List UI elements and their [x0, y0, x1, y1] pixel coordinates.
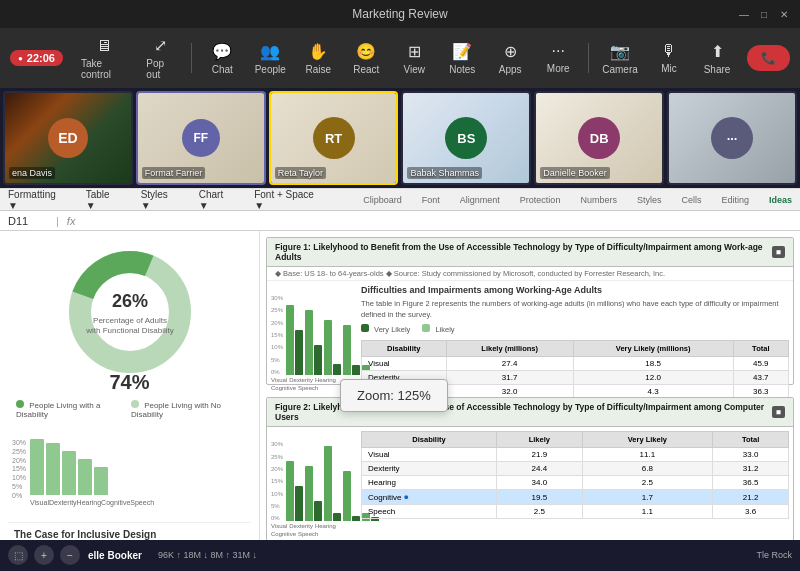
- left-panel: 26% Percentage of Adults with Functional…: [0, 231, 260, 540]
- chart1-bar1b: [295, 330, 303, 375]
- th-total-1: Total: [733, 341, 788, 357]
- ribbon-table[interactable]: Table ▼: [86, 189, 121, 211]
- minimize-icon[interactable]: —: [738, 8, 750, 20]
- ribbon-styles[interactable]: Styles ▼: [141, 189, 179, 211]
- legend-dot-no-disability: [131, 400, 139, 408]
- camera-button[interactable]: 📷 Camera: [597, 38, 643, 79]
- bar-visual: [30, 439, 44, 495]
- apps-label: Apps: [499, 64, 522, 75]
- legend-label-disability: People Living with a Disability: [16, 401, 100, 419]
- figure2-left: 30%25%20%15%10%5%0%: [267, 427, 357, 540]
- figure1-header: Figure 1: Likelyhood to Benefit from the…: [267, 238, 793, 267]
- ribbon-font-space[interactable]: Font + Space ▼: [254, 189, 323, 211]
- chart2-bar1b: [295, 486, 303, 521]
- table-row: Hearing34.02.536.5: [362, 476, 789, 490]
- table-row: Visual27.418.545.9: [362, 357, 789, 371]
- th-very-likely-1: Very Likely (millions): [573, 341, 733, 357]
- cell-reference[interactable]: D11: [8, 215, 48, 227]
- figure2-body: 30%25%20%15%10%5%0%: [267, 427, 793, 540]
- figure1-collapse-btn[interactable]: ■: [772, 246, 785, 258]
- ribbon-formatting[interactable]: Formatting ▼: [8, 189, 66, 211]
- notes-label: Notes: [449, 64, 475, 75]
- donut-chart: 26% Percentage of Adults with Functional…: [65, 247, 195, 381]
- figure2-collapse-btn[interactable]: ■: [772, 406, 785, 418]
- th-disability-1: Disability: [362, 341, 447, 357]
- window-title: Marketing Review: [352, 7, 447, 21]
- bottom-stats: 96K ↑ 18M ↓ 8M ↑ 31M ↓: [158, 550, 257, 560]
- react-label: React: [353, 64, 379, 75]
- ribbon-numbers: Numbers: [580, 195, 617, 205]
- bar-hearing: [62, 451, 76, 495]
- close-icon[interactable]: ✕: [778, 8, 790, 20]
- more-icon: ···: [552, 42, 565, 60]
- bar-axis-labels: VisualDexterityHearingCognitiveSpeech: [30, 499, 154, 506]
- more-button[interactable]: ··· More: [536, 38, 580, 78]
- chart1-bar4a: [343, 325, 351, 375]
- table-row: Dexterity24.46.831.2: [362, 462, 789, 476]
- figure2-chart: 30%25%20%15%10%5%0%: [271, 441, 353, 521]
- pop-out-button[interactable]: ⤢ Pop out: [138, 32, 183, 84]
- pop-out-icon: ⤢: [154, 36, 167, 55]
- table-row: Visual21.911.133.0: [362, 448, 789, 462]
- window-controls: — □ ✕: [738, 8, 790, 20]
- take-control-button[interactable]: 🖥 Take control: [73, 33, 134, 84]
- bar-speech: [94, 467, 108, 495]
- notes-button[interactable]: 📝 Notes: [440, 38, 484, 79]
- table-row: Speech2.51.13.6: [362, 505, 789, 519]
- chart2-bar3a: [324, 446, 332, 521]
- people-button[interactable]: 👥 People: [248, 38, 292, 79]
- chat-button[interactable]: 💬 Chat: [200, 38, 244, 79]
- mic-button[interactable]: 🎙 Mic: [647, 38, 691, 78]
- share-button[interactable]: ⬆ Share: [695, 38, 739, 79]
- chart2-bar1a: [286, 461, 294, 521]
- apps-button[interactable]: ⊕ Apps: [488, 38, 532, 79]
- mic-icon: 🎙: [661, 42, 677, 60]
- th-likely-1: Likely (millions): [446, 341, 573, 357]
- react-icon: 😊: [356, 42, 376, 61]
- svg-text:26%: 26%: [111, 291, 147, 311]
- participants-strip: ED ena Davis FF Format Farrier RT Reta T…: [0, 88, 800, 188]
- view-button[interactable]: ⊞ View: [392, 38, 436, 79]
- camera-icon: 📷: [610, 42, 630, 61]
- react-button[interactable]: 😊 React: [344, 38, 388, 79]
- tile-rock-label: Tle Rock: [756, 550, 792, 560]
- mini-bar-chart: [30, 439, 154, 499]
- figure2-table: Disability Likely Very Likely Total Visu…: [361, 431, 789, 519]
- bar-chart-left: 30%25%20%15%10%5%0% VisualDexterityHeari…: [8, 435, 251, 510]
- ribbon-clipboard: Clipboard: [363, 195, 402, 205]
- maximize-icon[interactable]: □: [758, 8, 770, 20]
- more-label: More: [547, 63, 570, 74]
- notes-icon: 📝: [452, 42, 472, 61]
- participant-tile-4[interactable]: BS Babak Shammas: [401, 91, 531, 185]
- participant-tile-1[interactable]: ED ena Davis: [3, 91, 133, 185]
- participant-tile-2[interactable]: FF Format Farrier: [136, 91, 266, 185]
- figure2-x-labels: VisualDexterityHearingCognitiveSpeech: [271, 523, 353, 537]
- donut-legend: People Living with a Disability People L…: [16, 400, 243, 419]
- ribbon-bar: Formatting ▼ Table ▼ Styles ▼ Chart ▼ Fo…: [0, 189, 800, 211]
- bottom-ctrl-1[interactable]: ⬚: [8, 545, 28, 565]
- bottom-ctrl-2[interactable]: +: [34, 545, 54, 565]
- teams-toolbar: ● 22:06 🖥 Take control ⤢ Pop out 💬 Chat …: [0, 28, 800, 88]
- chat-label: Chat: [212, 64, 233, 75]
- ribbon-chart[interactable]: Chart ▼: [199, 189, 234, 211]
- inclusive-design-heading: The Case for Inclusive Design: [14, 529, 245, 540]
- zoom-label: Zoom: 125%: [357, 388, 431, 403]
- share-icon: ⬆: [711, 42, 724, 61]
- ribbon-protection: Protection: [520, 195, 561, 205]
- end-call-button[interactable]: 📞: [747, 45, 790, 71]
- raise-button[interactable]: ✋ Raise: [296, 38, 340, 79]
- participant-tile-3[interactable]: RT Reta Taylor: [269, 91, 399, 185]
- participant-tile-5[interactable]: DB Danielle Booker: [534, 91, 664, 185]
- chart2-bar2b: [314, 501, 322, 521]
- participant-name-2: Format Farrier: [142, 167, 206, 179]
- ribbon-styles-group: Styles: [637, 195, 662, 205]
- title-bar: Marketing Review — □ ✕: [0, 0, 800, 28]
- bottom-ctrl-3[interactable]: −: [60, 545, 80, 565]
- figure1-chart-title: Difficulties and Impairments among Worki…: [361, 285, 789, 295]
- participant-tile-6[interactable]: ···: [667, 91, 797, 185]
- raise-label: Raise: [305, 64, 331, 75]
- toolbar-separator-1: [191, 43, 192, 73]
- pop-out-label: Pop out: [146, 58, 175, 80]
- figure2-right: Disability Likely Very Likely Total Visu…: [357, 427, 793, 540]
- participant-name-1: ena Davis: [9, 167, 55, 179]
